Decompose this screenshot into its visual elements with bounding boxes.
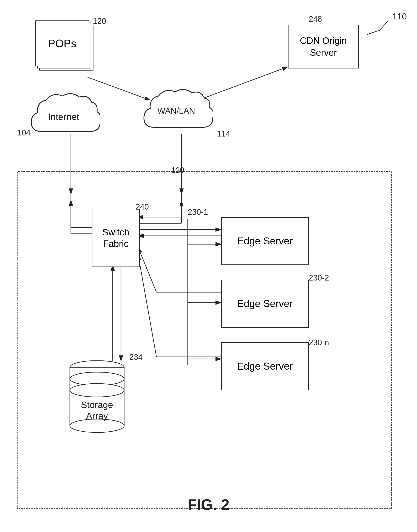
ref-230-n: 230-n [309, 338, 329, 347]
diagram: 110 POPs 120 CDN Origin Server 248 Inter… [0, 0, 417, 532]
ref-230-2: 230-2 [309, 273, 329, 282]
cdn-origin-server-box: CDN Origin Server [288, 25, 359, 68]
wanlan-cloud: WAN/LAN [138, 85, 213, 138]
ref-110: 110 [392, 11, 407, 21]
ref-248: 248 [309, 15, 322, 24]
svg-text:Internet: Internet [48, 112, 79, 122]
internet-cloud: Internet [25, 90, 100, 142]
ref-120-pops: 120 [93, 17, 106, 26]
system-boundary-box [17, 171, 392, 509]
svg-point-35 [70, 419, 124, 432]
ref-120-pop: 120 [171, 166, 184, 175]
switch-fabric-box: Switch Fabric [92, 209, 140, 267]
storage-array-svg: Storage Array [65, 355, 136, 442]
pops-box: POPs [35, 21, 89, 66]
svg-text:WAN/LAN: WAN/LAN [157, 106, 195, 116]
svg-line-4 [367, 30, 380, 34]
svg-text:Storage: Storage [81, 400, 113, 410]
svg-text:Array: Array [86, 411, 108, 421]
figure-label: FIG. 2 [0, 496, 417, 513]
ref-240: 240 [136, 202, 149, 212]
svg-line-3 [380, 21, 388, 30]
ref-234: 234 [129, 353, 143, 362]
edge-server-1-box: Edge Server [221, 217, 309, 265]
ref-230-1: 230-1 [188, 208, 208, 217]
edge-server-2-box: Edge Server [221, 280, 309, 328]
ref-104: 104 [17, 128, 31, 137]
edge-server-n-box: Edge Server [221, 342, 309, 390]
svg-point-37 [70, 383, 124, 397]
ref-114: 114 [217, 129, 230, 138]
